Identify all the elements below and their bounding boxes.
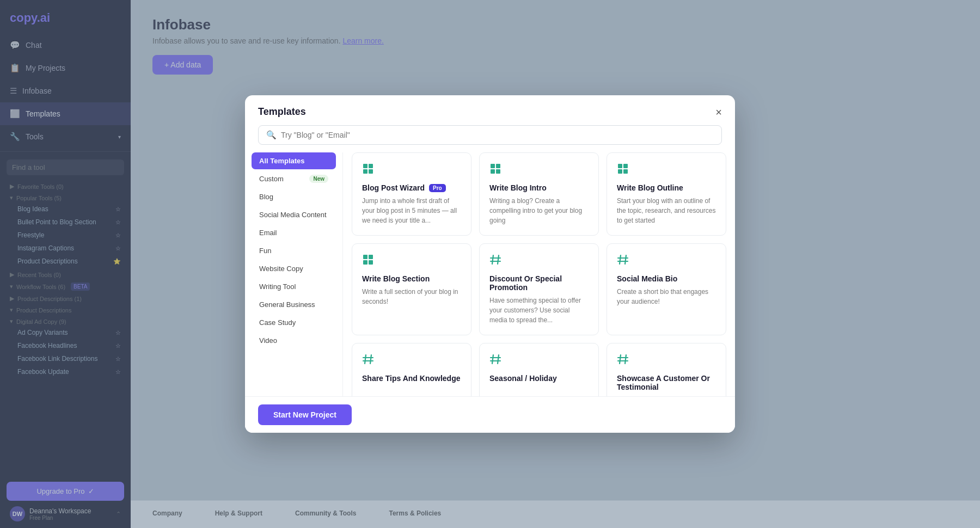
card-title: Write Blog Outline (617, 183, 683, 192)
card-title: Write Blog Section (362, 274, 430, 283)
card-title-row: Blog Post Wizard Pro (362, 183, 461, 192)
modal-nav-video[interactable]: Video (252, 332, 336, 349)
svg-rect-1 (369, 164, 373, 168)
nav-label: Case Study (259, 318, 296, 327)
template-card[interactable]: Write Blog Section Write a full section … (352, 243, 471, 335)
card-icon (362, 254, 461, 269)
card-icon (617, 163, 716, 178)
svg-line-17 (498, 255, 499, 264)
modal-nav-website-copy[interactable]: Website Copy (252, 260, 336, 277)
template-card[interactable]: Discount Or Special Promotion Have somet… (479, 243, 599, 335)
svg-rect-13 (369, 255, 373, 259)
nav-label: General Business (259, 300, 315, 309)
svg-rect-7 (496, 169, 500, 174)
modal-body: All Templates Custom New Blog Social Med… (245, 152, 735, 433)
close-icon: × (715, 106, 722, 118)
template-card[interactable]: Social Media Bio Create a short bio that… (607, 243, 726, 335)
search-icon: 🔍 (266, 130, 277, 140)
svg-rect-15 (369, 260, 373, 265)
modal-nav-case-study[interactable]: Case Study (252, 314, 336, 331)
card-title-row: Showcase A Customer Or Testimonial (617, 374, 716, 391)
card-title: Share Tips And Knowledge (362, 374, 460, 383)
nav-label: Fun (259, 247, 271, 255)
start-project-label: Start New Project (273, 410, 336, 419)
card-title-row: Write Blog Section (362, 274, 461, 283)
card-icon (489, 254, 589, 269)
svg-rect-4 (491, 164, 495, 168)
card-desc: Have something special to offer your cus… (489, 296, 589, 325)
card-icon (617, 254, 716, 269)
modal-header: Templates × (245, 95, 735, 118)
svg-rect-5 (496, 164, 500, 168)
modal-search-bar: 🔍 (258, 125, 722, 145)
modal-nav-blog[interactable]: Blog (252, 188, 336, 205)
modal-footer: Start New Project (245, 396, 735, 433)
svg-rect-6 (491, 169, 495, 174)
modal-nav-email[interactable]: Email (252, 224, 336, 241)
modal-search-input[interactable] (281, 131, 714, 139)
card-desc: Write a full section of your blog in sec… (362, 287, 461, 306)
modal-nav-general-business[interactable]: General Business (252, 296, 336, 313)
svg-rect-3 (369, 169, 373, 174)
modal-overlay[interactable]: Templates × 🔍 All Templates Custom New (0, 0, 980, 528)
nav-label: Email (259, 229, 277, 237)
card-icon (362, 163, 461, 178)
svg-rect-2 (363, 169, 367, 174)
nav-label: Custom (259, 175, 284, 183)
modal-title: Templates (258, 106, 306, 118)
nav-label: Website Copy (259, 265, 303, 273)
card-title: Social Media Bio (617, 274, 677, 283)
modal-nav-fun[interactable]: Fun (252, 242, 336, 259)
svg-rect-9 (623, 164, 628, 168)
card-title: Showcase A Customer Or Testimonial (617, 374, 716, 391)
card-title-row: Discount Or Special Promotion (489, 274, 589, 292)
start-project-button[interactable]: Start New Project (258, 404, 352, 425)
svg-line-29 (498, 355, 499, 364)
svg-line-33 (625, 355, 626, 364)
modal-nav-writing-tool[interactable]: Writing Tool (252, 278, 336, 295)
card-title: Blog Post Wizard (362, 183, 425, 192)
card-title-row: Share Tips And Knowledge (362, 374, 461, 383)
svg-line-20 (620, 255, 621, 264)
nav-label: Blog (259, 193, 273, 201)
new-badge: New (309, 175, 328, 183)
card-desc: Start your blog with an outline of the t… (617, 196, 716, 225)
template-card[interactable]: Blog Post Wizard Pro Jump into a whole f… (352, 152, 471, 236)
svg-line-21 (625, 255, 626, 264)
card-title-row: Write Blog Outline (617, 183, 716, 192)
pro-badge: Pro (429, 184, 446, 192)
svg-rect-10 (618, 169, 622, 174)
template-card[interactable]: Write Blog Outline Start your blog with … (607, 152, 726, 236)
svg-rect-12 (363, 255, 367, 259)
nav-label: All Templates (259, 157, 305, 165)
svg-rect-8 (618, 164, 622, 168)
svg-line-25 (370, 355, 371, 364)
card-title-row: Social Media Bio (617, 274, 716, 283)
svg-line-16 (492, 255, 493, 264)
modal-nav-all-templates[interactable]: All Templates (252, 152, 336, 169)
svg-rect-0 (363, 164, 367, 168)
nav-label: Writing Tool (259, 283, 296, 291)
card-title: Write Blog Intro (489, 183, 547, 192)
modal-close-button[interactable]: × (715, 107, 722, 118)
card-title-row: Write Blog Intro (489, 183, 589, 192)
card-title: Seasonal / Holiday (489, 374, 557, 383)
modal-grid: Blog Post Wizard Pro Jump into a whole f… (343, 152, 735, 433)
card-desc: Writing a blog? Create a compelling intr… (489, 196, 589, 225)
template-card[interactable]: Write Blog Intro Writing a blog? Create … (479, 152, 599, 236)
nav-label: Video (259, 336, 277, 345)
svg-rect-14 (363, 260, 367, 265)
card-title-row: Seasonal / Holiday (489, 374, 589, 383)
svg-line-32 (620, 355, 621, 364)
card-icon (617, 353, 716, 369)
card-icon (362, 353, 461, 369)
modal-nav-social-media[interactable]: Social Media Content (252, 206, 336, 223)
svg-rect-11 (623, 169, 628, 174)
nav-label: Social Media Content (259, 211, 327, 219)
modal-nav-custom[interactable]: Custom New (252, 170, 336, 187)
card-desc: Create a short bio that engages your aud… (617, 287, 716, 306)
modal-sidebar: All Templates Custom New Blog Social Med… (245, 152, 343, 433)
card-icon (489, 163, 589, 178)
card-title: Discount Or Special Promotion (489, 274, 589, 292)
modal: Templates × 🔍 All Templates Custom New (245, 95, 735, 433)
